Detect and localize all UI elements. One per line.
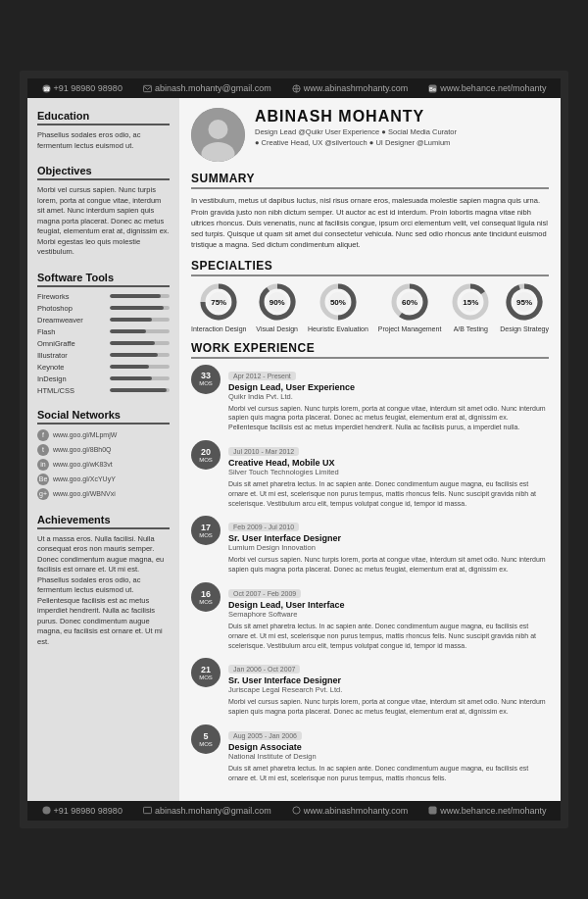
tool-item: OmniGraffe <box>37 339 170 348</box>
achievements-heading: Achievements <box>37 514 170 529</box>
profile-title1: Design Lead @Quikr User Experience ● Soc… <box>255 127 457 136</box>
work-title: Design Associate <box>228 742 549 752</box>
tool-name: Keynote <box>37 363 106 372</box>
donut-label: 90% <box>270 297 285 306</box>
tool-bar <box>110 306 170 310</box>
tool-item: Keynote <box>37 363 170 372</box>
tool-item: Photoshop <box>37 304 170 313</box>
tool-name: OmniGraffe <box>37 339 106 348</box>
footer-bar: +91 98980 98980 abinash.mohanty@gmail.co… <box>27 801 561 821</box>
work-unit: MOS <box>199 741 213 747</box>
profile-title2: ● Creative Head, UX @silvertouch ● UI De… <box>255 138 457 147</box>
work-company: Lumium Design Innovation <box>228 543 549 552</box>
specialties-grid: 75% Interaction Design 90% Visual Design… <box>191 282 549 333</box>
email-header: abinash.mohanty@gmail.com <box>143 83 271 93</box>
summary-text: In vestibulum, metus ut dapibus luctus, … <box>191 195 549 250</box>
achievements-text: Ut a massa eros. Nulla facilisi. Nulla c… <box>37 534 170 648</box>
specialty-item: 60% Project Management <box>378 282 442 333</box>
work-detail: Feb 2009 - Jul 2010 Sr. User Interface D… <box>228 516 549 574</box>
work-item: 20 MOS Jul 2010 - Mar 2012 Creative Head… <box>191 440 549 508</box>
behance-footer: www.behance.net/mohanty <box>428 806 546 816</box>
donut-label: 75% <box>211 297 226 306</box>
tool-name: Flash <box>37 327 106 336</box>
work-list: 33 MOS Apr 2012 - Present Design Lead, U… <box>191 365 549 783</box>
social-icon: in <box>37 459 49 471</box>
tool-bar-fill <box>110 365 149 369</box>
tool-item: Illustrator <box>37 351 170 360</box>
social-item: f www.goo.gl/MLpmjW <box>37 429 170 441</box>
specialty-name: Interaction Design <box>191 325 246 333</box>
donut-chart: 90% <box>258 282 297 322</box>
work-detail: Jan 2006 - Oct 2007 Sr. User Interface D… <box>228 658 549 717</box>
profile-info: ABINASH MOHANTY Design Lead @Quikr User … <box>255 108 457 147</box>
tool-name: Photoshop <box>37 304 106 313</box>
summary-section: Summary In vestibulum, metus ut dapibus … <box>191 172 549 250</box>
specialty-item: 95% Design Strategy <box>500 282 549 333</box>
work-badge: 20 MOS <box>191 440 220 470</box>
tool-bar-fill <box>110 341 155 345</box>
svg-text:Be: Be <box>429 86 436 92</box>
tool-bar <box>110 341 170 345</box>
work-date: Jan 2006 - Oct 2007 <box>228 665 300 674</box>
work-years: 20 <box>201 448 211 457</box>
tool-name: Fireworks <box>37 292 106 301</box>
donut-chart: 95% <box>505 282 544 322</box>
work-badge: 5 MOS <box>191 724 220 754</box>
education-heading: Education <box>37 110 170 125</box>
tools-list: Fireworks Photoshop Dreamweaver Flash Om… <box>37 292 170 395</box>
social-icon: t <box>37 444 49 456</box>
phone-header: ☎ +91 98980 98980 <box>42 83 122 93</box>
social-item: Be www.goo.gl/XcYUyY <box>37 474 170 485</box>
website-footer: www.abinashmohanty.com <box>292 806 408 816</box>
specialty-item: 75% Interaction Design <box>191 282 246 333</box>
tool-item: Dreamweaver <box>37 316 170 325</box>
tool-bar-fill <box>110 306 164 310</box>
tool-bar <box>110 376 170 380</box>
specialty-item: 90% Visual Design <box>256 282 298 333</box>
social-list: f www.goo.gl/MLpmjW t www.goo.gl/8Bh0Q i… <box>37 429 170 500</box>
tool-item: InDesign <box>37 375 170 383</box>
education-text: Phasellus sodales eros odio, ac fermentu… <box>37 130 170 151</box>
profile-header: ABINASH MOHANTY Design Lead @Quikr User … <box>191 108 549 162</box>
sidebar: Education Phasellus sodales eros odio, a… <box>27 98 179 800</box>
tool-bar <box>110 294 170 298</box>
objectives-text: Morbi vel cursus sapien. Nunc turpis lor… <box>37 185 170 258</box>
tool-bar-fill <box>110 329 146 333</box>
social-url: www.goo.gl/wK83vt <box>53 461 113 468</box>
work-item: 33 MOS Apr 2012 - Present Design Lead, U… <box>191 365 549 432</box>
work-unit: MOS <box>199 532 213 538</box>
work-item: 16 MOS Oct 2007 - Feb 2009 Design Lead, … <box>191 582 549 650</box>
tool-bar <box>110 318 170 322</box>
social-item: g+ www.goo.gl/WBNVxi <box>37 488 170 500</box>
work-item: 5 MOS Aug 2005 - Jan 2006 Design Associa… <box>191 724 549 783</box>
tool-bar <box>110 329 170 333</box>
social-url: www.goo.gl/8Bh0Q <box>53 446 112 453</box>
specialty-name: Design Strategy <box>500 325 549 333</box>
summary-heading: Summary <box>191 172 549 189</box>
svg-rect-25 <box>429 807 437 815</box>
svg-text:☎: ☎ <box>43 85 51 92</box>
specialty-name: Project Management <box>378 325 442 333</box>
work-desc: Duis sit amet pharetra lectus. In ac sap… <box>228 764 549 783</box>
specialty-name: A/B Testing <box>454 325 488 333</box>
specialty-name: Heuristic Evaluation <box>308 325 368 333</box>
tool-item: HTML/CSS <box>37 386 170 395</box>
work-years: 16 <box>201 590 211 599</box>
work-company: Quikr India Pvt. Ltd. <box>228 392 549 401</box>
donut-label: 50% <box>330 297 346 306</box>
social-item: in www.goo.gl/wK83vt <box>37 459 170 471</box>
website-header: www.abinashmohanty.com <box>292 83 408 93</box>
social-icon: g+ <box>37 488 49 500</box>
work-title: Design Lead, User Experience <box>228 382 549 392</box>
work-item: 17 MOS Feb 2009 - Jul 2010 Sr. User Inte… <box>191 516 549 574</box>
avatar <box>191 108 245 162</box>
work-experience-heading: Work Experience <box>191 341 549 359</box>
svg-point-24 <box>293 807 300 814</box>
work-desc: Morbi vel cursus sapien. Nunc turpis lor… <box>228 555 549 574</box>
main-content: ABINASH MOHANTY Design Lead @Quikr User … <box>179 98 561 800</box>
work-detail: Apr 2012 - Present Design Lead, User Exp… <box>228 365 549 432</box>
software-tools-heading: Software Tools <box>37 272 170 287</box>
education-section: Education Phasellus sodales eros odio, a… <box>37 110 170 151</box>
software-tools-section: Software Tools Fireworks Photoshop Dream… <box>37 272 170 395</box>
work-desc: Duis sit amet pharetra lectus. In ac sap… <box>228 479 549 508</box>
